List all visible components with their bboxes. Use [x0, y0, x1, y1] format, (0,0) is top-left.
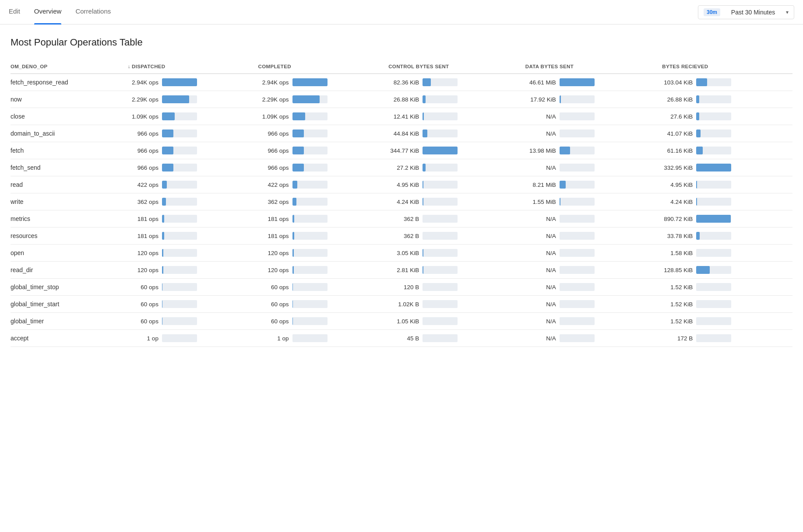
cell-op-name: close	[11, 108, 128, 125]
cell-dispatched: 60 ops	[128, 296, 258, 313]
cell-data-bytes: 17.92 KiB	[525, 91, 662, 108]
table-header-row: OM_DENO_OP ↓DISPATCHED COMPLETED CONTROL…	[11, 60, 792, 74]
cell-op-name: open	[11, 245, 128, 262]
cell-op-name: fetch_response_read	[11, 74, 128, 91]
cell-bytes-received: 128.85 KiB	[662, 262, 792, 279]
col-header-dispatched[interactable]: ↓DISPATCHED	[128, 60, 258, 74]
cell-dispatched: 1 op	[128, 330, 258, 347]
cell-bytes-received: 4.95 KiB	[662, 176, 792, 193]
cell-control-bytes: 3.05 KiB	[388, 245, 525, 262]
cell-bytes-received: 172 B	[662, 330, 792, 347]
cell-completed: 181 ops	[258, 228, 389, 245]
tab-correlations[interactable]: Correlations	[75, 0, 111, 24]
table-row: domain_to_ascii966 ops966 ops44.84 KiBN/…	[11, 125, 792, 142]
cell-completed: 60 ops	[258, 313, 389, 330]
cell-completed: 60 ops	[258, 296, 389, 313]
cell-completed: 966 ops	[258, 125, 389, 142]
cell-bytes-received: 26.88 KiB	[662, 91, 792, 108]
cell-data-bytes: 1.55 MiB	[525, 193, 662, 210]
cell-dispatched: 60 ops	[128, 279, 258, 296]
cell-data-bytes: N/A	[525, 245, 662, 262]
cell-dispatched: 1.09K ops	[128, 108, 258, 125]
cell-control-bytes: 45 B	[388, 330, 525, 347]
cell-op-name: fetch_send	[11, 159, 128, 176]
table-row: fetch966 ops966 ops344.77 KiB13.98 MiB61…	[11, 142, 792, 159]
cell-completed: 1 op	[258, 330, 389, 347]
cell-dispatched: 60 ops	[128, 313, 258, 330]
cell-control-bytes: 4.24 KiB	[388, 193, 525, 210]
cell-completed: 2.94K ops	[258, 74, 389, 91]
cell-control-bytes: 82.36 KiB	[388, 74, 525, 91]
cell-control-bytes: 1.05 KiB	[388, 313, 525, 330]
cell-bytes-received: 33.78 KiB	[662, 228, 792, 245]
page-content: Most Popular Operations Table OM_DENO_OP…	[0, 24, 803, 357]
table-row: fetch_response_read2.94K ops2.94K ops82.…	[11, 74, 792, 91]
col-header-bytes-received: BYTES RECIEVED	[662, 60, 792, 74]
cell-bytes-received: 1.58 KiB	[662, 245, 792, 262]
cell-bytes-received: 890.72 KiB	[662, 210, 792, 228]
cell-op-name: accept	[11, 330, 128, 347]
cell-op-name: now	[11, 91, 128, 108]
cell-control-bytes: 120 B	[388, 279, 525, 296]
cell-dispatched: 2.29K ops	[128, 91, 258, 108]
cell-control-bytes: 1.02K B	[388, 296, 525, 313]
cell-dispatched: 966 ops	[128, 125, 258, 142]
cell-op-name: resources	[11, 228, 128, 245]
cell-completed: 1.09K ops	[258, 108, 389, 125]
page-title: Most Popular Operations Table	[11, 37, 792, 48]
cell-control-bytes: 344.77 KiB	[388, 142, 525, 159]
cell-dispatched: 362 ops	[128, 193, 258, 210]
cell-dispatched: 966 ops	[128, 159, 258, 176]
cell-control-bytes: 2.81 KiB	[388, 262, 525, 279]
tab-edit[interactable]: Edit	[9, 0, 20, 24]
cell-op-name: read_dir	[11, 262, 128, 279]
cell-bytes-received: 332.95 KiB	[662, 159, 792, 176]
table-row: close1.09K ops1.09K ops12.41 KiBN/A27.6 …	[11, 108, 792, 125]
operations-table: OM_DENO_OP ↓DISPATCHED COMPLETED CONTROL…	[11, 60, 792, 347]
table-row: read_dir120 ops120 ops2.81 KiBN/A128.85 …	[11, 262, 792, 279]
cell-completed: 120 ops	[258, 262, 389, 279]
cell-dispatched: 181 ops	[128, 210, 258, 228]
cell-data-bytes: N/A	[525, 210, 662, 228]
table-row: now2.29K ops2.29K ops26.88 KiB17.92 KiB2…	[11, 91, 792, 108]
cell-data-bytes: N/A	[525, 262, 662, 279]
table-row: global_timer60 ops60 ops1.05 KiBN/A1.52 …	[11, 313, 792, 330]
cell-data-bytes: N/A	[525, 159, 662, 176]
chevron-down-icon: ▾	[786, 9, 789, 15]
table-row: write362 ops362 ops4.24 KiB1.55 MiB4.24 …	[11, 193, 792, 210]
cell-control-bytes: 27.2 KiB	[388, 159, 525, 176]
table-row: global_timer_start60 ops60 ops1.02K BN/A…	[11, 296, 792, 313]
cell-op-name: global_timer_stop	[11, 279, 128, 296]
cell-control-bytes: 4.95 KiB	[388, 176, 525, 193]
cell-op-name: global_timer_start	[11, 296, 128, 313]
sort-arrow-icon: ↓	[128, 64, 130, 69]
table-row: accept1 op1 op45 BN/A172 B	[11, 330, 792, 347]
table-row: global_timer_stop60 ops60 ops120 BN/A1.5…	[11, 279, 792, 296]
cell-dispatched: 181 ops	[128, 228, 258, 245]
table-row: resources181 ops181 ops362 BN/A33.78 KiB	[11, 228, 792, 245]
col-header-completed: COMPLETED	[258, 60, 389, 74]
cell-dispatched: 120 ops	[128, 245, 258, 262]
cell-bytes-received: 1.52 KiB	[662, 313, 792, 330]
cell-completed: 966 ops	[258, 159, 389, 176]
cell-bytes-received: 41.07 KiB	[662, 125, 792, 142]
table-row: read422 ops422 ops4.95 KiB8.21 MiB4.95 K…	[11, 176, 792, 193]
cell-dispatched: 120 ops	[128, 262, 258, 279]
cell-data-bytes: N/A	[525, 313, 662, 330]
cell-data-bytes: N/A	[525, 279, 662, 296]
time-label: Past 30 Minutes	[731, 9, 775, 16]
tab-overview[interactable]: Overview	[34, 0, 62, 24]
cell-op-name: fetch	[11, 142, 128, 159]
time-picker[interactable]: 30m Past 30 Minutes ▾	[698, 5, 794, 19]
cell-completed: 181 ops	[258, 210, 389, 228]
cell-data-bytes: 8.21 MiB	[525, 176, 662, 193]
cell-data-bytes: N/A	[525, 108, 662, 125]
cell-data-bytes: 13.98 MiB	[525, 142, 662, 159]
cell-control-bytes: 12.41 KiB	[388, 108, 525, 125]
cell-op-name: read	[11, 176, 128, 193]
cell-bytes-received: 4.24 KiB	[662, 193, 792, 210]
cell-data-bytes: N/A	[525, 330, 662, 347]
cell-op-name: global_timer	[11, 313, 128, 330]
cell-op-name: write	[11, 193, 128, 210]
table-row: open120 ops120 ops3.05 KiBN/A1.58 KiB	[11, 245, 792, 262]
